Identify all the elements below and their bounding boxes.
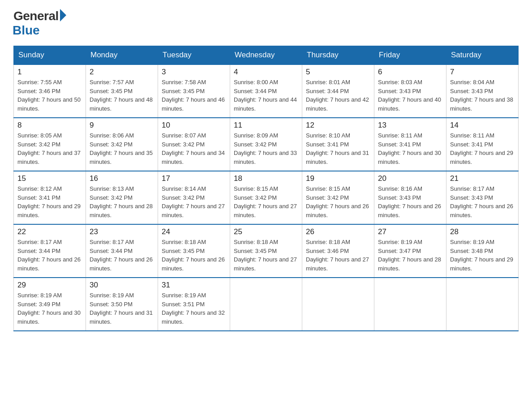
calendar-week-5: 29 Sunrise: 8:19 AM Sunset: 3:49 PM Dayl…	[14, 278, 519, 331]
day-info: Sunrise: 8:09 AM Sunset: 3:42 PM Dayligh…	[234, 131, 298, 166]
day-number: 15	[17, 174, 82, 183]
day-number: 26	[306, 227, 370, 236]
calendar-cell: 18 Sunrise: 8:15 AM Sunset: 3:42 PM Dayl…	[230, 171, 302, 224]
calendar-cell	[374, 278, 446, 331]
calendar-cell: 8 Sunrise: 8:05 AM Sunset: 3:42 PM Dayli…	[14, 118, 86, 171]
calendar-cell	[302, 278, 374, 331]
calendar-cell: 26 Sunrise: 8:18 AM Sunset: 3:46 PM Dayl…	[302, 224, 374, 278]
day-header-wednesday: Wednesday	[230, 46, 302, 65]
day-number: 17	[162, 174, 226, 183]
day-info: Sunrise: 8:12 AM Sunset: 3:41 PM Dayligh…	[17, 184, 82, 219]
day-info: Sunrise: 8:19 AM Sunset: 3:49 PM Dayligh…	[17, 291, 82, 326]
day-number: 13	[378, 121, 442, 130]
calendar-cell: 9 Sunrise: 8:06 AM Sunset: 3:42 PM Dayli…	[86, 118, 158, 171]
day-header-sunday: Sunday	[14, 46, 86, 65]
day-number: 28	[450, 227, 515, 236]
calendar-week-2: 8 Sunrise: 8:05 AM Sunset: 3:42 PM Dayli…	[14, 118, 519, 171]
day-number: 8	[17, 121, 82, 130]
calendar-cell: 15 Sunrise: 8:12 AM Sunset: 3:41 PM Dayl…	[14, 171, 86, 224]
day-number: 4	[234, 68, 298, 77]
day-number: 1	[17, 68, 82, 77]
calendar-cell: 12 Sunrise: 8:10 AM Sunset: 3:41 PM Dayl…	[302, 118, 374, 171]
day-info: Sunrise: 8:00 AM Sunset: 3:44 PM Dayligh…	[234, 78, 298, 113]
calendar-cell: 24 Sunrise: 8:18 AM Sunset: 3:45 PM Dayl…	[158, 224, 230, 278]
calendar-week-3: 15 Sunrise: 8:12 AM Sunset: 3:41 PM Dayl…	[14, 171, 519, 224]
day-info: Sunrise: 8:07 AM Sunset: 3:42 PM Dayligh…	[162, 131, 226, 166]
day-info: Sunrise: 8:18 AM Sunset: 3:46 PM Dayligh…	[306, 238, 370, 273]
calendar-cell	[230, 278, 302, 331]
day-info: Sunrise: 8:18 AM Sunset: 3:45 PM Dayligh…	[162, 238, 226, 273]
day-number: 27	[378, 227, 442, 236]
day-info: Sunrise: 8:13 AM Sunset: 3:42 PM Dayligh…	[90, 184, 154, 219]
calendar-cell: 17 Sunrise: 8:14 AM Sunset: 3:42 PM Dayl…	[158, 171, 230, 224]
calendar-week-1: 1 Sunrise: 7:55 AM Sunset: 3:46 PM Dayli…	[14, 64, 519, 118]
day-info: Sunrise: 8:16 AM Sunset: 3:43 PM Dayligh…	[378, 184, 442, 219]
calendar-header-row: SundayMondayTuesdayWednesdayThursdayFrid…	[14, 46, 519, 65]
calendar-table: SundayMondayTuesdayWednesdayThursdayFrid…	[13, 46, 519, 331]
day-info: Sunrise: 7:57 AM Sunset: 3:45 PM Dayligh…	[90, 78, 154, 113]
day-info: Sunrise: 8:19 AM Sunset: 3:48 PM Dayligh…	[450, 238, 515, 273]
day-info: Sunrise: 8:04 AM Sunset: 3:43 PM Dayligh…	[450, 78, 515, 113]
day-number: 31	[162, 281, 226, 290]
day-number: 25	[234, 227, 298, 236]
day-number: 7	[450, 68, 515, 77]
day-number: 20	[378, 174, 442, 183]
calendar-cell: 22 Sunrise: 8:17 AM Sunset: 3:44 PM Dayl…	[14, 224, 86, 278]
day-number: 21	[450, 174, 515, 183]
day-info: Sunrise: 8:19 AM Sunset: 3:50 PM Dayligh…	[90, 291, 154, 326]
calendar-cell: 29 Sunrise: 8:19 AM Sunset: 3:49 PM Dayl…	[14, 278, 86, 331]
calendar-cell: 27 Sunrise: 8:19 AM Sunset: 3:47 PM Dayl…	[374, 224, 446, 278]
day-info: Sunrise: 8:18 AM Sunset: 3:45 PM Dayligh…	[234, 238, 298, 273]
calendar-cell: 6 Sunrise: 8:03 AM Sunset: 3:43 PM Dayli…	[374, 64, 446, 118]
calendar-cell: 28 Sunrise: 8:19 AM Sunset: 3:48 PM Dayl…	[446, 224, 519, 278]
day-info: Sunrise: 8:17 AM Sunset: 3:44 PM Dayligh…	[90, 238, 154, 273]
day-info: Sunrise: 8:17 AM Sunset: 3:43 PM Dayligh…	[450, 184, 515, 219]
day-info: Sunrise: 8:19 AM Sunset: 3:51 PM Dayligh…	[162, 291, 226, 326]
calendar-cell: 2 Sunrise: 7:57 AM Sunset: 3:45 PM Dayli…	[86, 64, 158, 118]
day-info: Sunrise: 8:11 AM Sunset: 3:41 PM Dayligh…	[378, 131, 442, 166]
logo: General Blue	[13, 9, 66, 38]
calendar-cell: 16 Sunrise: 8:13 AM Sunset: 3:42 PM Dayl…	[86, 171, 158, 224]
day-number: 23	[90, 227, 154, 236]
day-number: 18	[234, 174, 298, 183]
calendar-week-4: 22 Sunrise: 8:17 AM Sunset: 3:44 PM Dayl…	[14, 224, 519, 278]
day-number: 19	[306, 174, 370, 183]
calendar-cell: 19 Sunrise: 8:15 AM Sunset: 3:42 PM Dayl…	[302, 171, 374, 224]
day-number: 29	[17, 281, 82, 290]
calendar-cell: 23 Sunrise: 8:17 AM Sunset: 3:44 PM Dayl…	[86, 224, 158, 278]
day-header-monday: Monday	[86, 46, 158, 65]
day-info: Sunrise: 8:15 AM Sunset: 3:42 PM Dayligh…	[234, 184, 298, 219]
calendar-cell: 25 Sunrise: 8:18 AM Sunset: 3:45 PM Dayl…	[230, 224, 302, 278]
day-number: 9	[90, 121, 154, 130]
day-number: 22	[17, 227, 82, 236]
calendar-cell: 14 Sunrise: 8:11 AM Sunset: 3:41 PM Dayl…	[446, 118, 519, 171]
day-number: 5	[306, 68, 370, 77]
day-info: Sunrise: 8:06 AM Sunset: 3:42 PM Dayligh…	[90, 131, 154, 166]
calendar-cell: 30 Sunrise: 8:19 AM Sunset: 3:50 PM Dayl…	[86, 278, 158, 331]
logo-arrow-icon	[60, 9, 66, 21]
day-info: Sunrise: 8:17 AM Sunset: 3:44 PM Dayligh…	[17, 238, 82, 273]
logo-general-text: General	[13, 9, 59, 23]
calendar-cell: 5 Sunrise: 8:01 AM Sunset: 3:44 PM Dayli…	[302, 64, 374, 118]
day-header-tuesday: Tuesday	[158, 46, 230, 65]
day-number: 16	[90, 174, 154, 183]
day-number: 12	[306, 121, 370, 130]
day-info: Sunrise: 7:58 AM Sunset: 3:45 PM Dayligh…	[162, 78, 226, 113]
calendar-cell: 20 Sunrise: 8:16 AM Sunset: 3:43 PM Dayl…	[374, 171, 446, 224]
calendar-cell: 3 Sunrise: 7:58 AM Sunset: 3:45 PM Dayli…	[158, 64, 230, 118]
day-info: Sunrise: 8:05 AM Sunset: 3:42 PM Dayligh…	[17, 131, 82, 166]
day-header-saturday: Saturday	[446, 46, 519, 65]
day-info: Sunrise: 8:03 AM Sunset: 3:43 PM Dayligh…	[378, 78, 442, 113]
page-header: General Blue	[13, 9, 519, 38]
calendar-cell: 10 Sunrise: 8:07 AM Sunset: 3:42 PM Dayl…	[158, 118, 230, 171]
day-number: 3	[162, 68, 226, 77]
calendar-cell: 21 Sunrise: 8:17 AM Sunset: 3:43 PM Dayl…	[446, 171, 519, 224]
calendar-cell: 13 Sunrise: 8:11 AM Sunset: 3:41 PM Dayl…	[374, 118, 446, 171]
day-header-thursday: Thursday	[302, 46, 374, 65]
day-number: 10	[162, 121, 226, 130]
day-info: Sunrise: 8:10 AM Sunset: 3:41 PM Dayligh…	[306, 131, 370, 166]
day-number: 6	[378, 68, 442, 77]
day-info: Sunrise: 8:14 AM Sunset: 3:42 PM Dayligh…	[162, 184, 226, 219]
day-number: 14	[450, 121, 515, 130]
calendar-cell: 4 Sunrise: 8:00 AM Sunset: 3:44 PM Dayli…	[230, 64, 302, 118]
